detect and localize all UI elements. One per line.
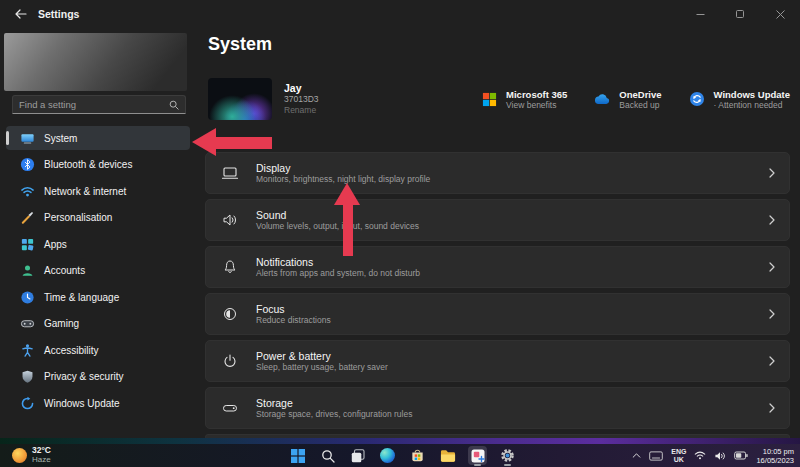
maximize-icon — [736, 10, 744, 18]
settings-row-power-battery[interactable]: Power & battery Sleep, battery usage, ba… — [205, 340, 790, 382]
badge-title: Windows Update — [714, 89, 790, 100]
chevron-right-icon — [769, 168, 775, 178]
windows-logo-icon — [291, 449, 305, 463]
back-button[interactable] — [12, 5, 30, 23]
update-icon — [19, 395, 35, 411]
sidebar-nav: System Bluetooth & devices — [6, 126, 190, 418]
microsoft-365-badge[interactable]: Microsoft 365 View benefits — [480, 89, 567, 110]
row-title: Storage — [256, 397, 412, 409]
storage-drive-icon — [220, 398, 240, 418]
power-icon — [220, 351, 240, 371]
tray-wifi-icon[interactable] — [694, 451, 706, 460]
region-code: UK — [671, 456, 686, 464]
sidebar: System Bluetooth & devices — [0, 28, 200, 438]
settings-row-storage[interactable]: Storage Storage space, drives, configura… — [205, 387, 790, 429]
search-box[interactable] — [12, 95, 186, 114]
language-code: ENG — [671, 448, 686, 456]
microsoft-store-button[interactable] — [408, 446, 427, 465]
sidebar-item-system[interactable]: System — [6, 126, 190, 150]
settings-row-focus[interactable]: Focus Reduce distractions — [205, 293, 790, 335]
snipping-app-button[interactable] — [468, 446, 487, 465]
system-tray: ENG UK — [632, 444, 794, 467]
sidebar-item-bluetooth-devices[interactable]: Bluetooth & devices — [6, 153, 190, 177]
settings-row-notifications[interactable]: Notifications Alerts from apps and syste… — [205, 246, 790, 288]
microsoft-logo-icon — [480, 90, 498, 108]
onedrive-badge[interactable]: OneDrive Backed up — [593, 89, 661, 110]
edge-icon — [380, 448, 395, 463]
badge-subtitle: View benefits — [506, 100, 567, 110]
sidebar-item-gaming[interactable]: Gaming — [6, 312, 190, 336]
tray-volume-icon[interactable] — [714, 451, 726, 461]
device-wallpaper-thumbnail — [208, 78, 272, 120]
edge-browser-button[interactable] — [378, 446, 397, 465]
row-subtitle: Reduce distractions — [256, 315, 331, 326]
gamepad-icon — [19, 316, 35, 332]
settings-row-sound[interactable]: Sound Volume levels, output, input, soun… — [205, 199, 790, 241]
row-subtitle: Sleep, battery usage, battery saver — [256, 362, 388, 373]
minimize-button[interactable] — [680, 0, 720, 28]
windows-update-badge[interactable]: Windows Update · Attention needed — [688, 89, 790, 110]
sidebar-item-time-language[interactable]: Time & language — [6, 285, 190, 309]
sidebar-item-personalisation[interactable]: Personalisation — [6, 206, 190, 230]
sidebar-item-accounts[interactable]: Accounts — [6, 259, 190, 283]
clock-widget[interactable]: 10:05 pm 16/05/2023 — [756, 447, 794, 465]
chevron-right-icon — [769, 215, 775, 225]
settings-app-button[interactable] — [498, 446, 517, 465]
sidebar-item-label: Time & language — [44, 292, 119, 303]
chevron-right-icon — [769, 356, 775, 366]
close-button[interactable] — [760, 0, 800, 28]
start-button[interactable] — [288, 446, 307, 465]
language-indicator[interactable]: ENG UK — [671, 448, 686, 463]
user-profile-blurred[interactable] — [4, 33, 187, 91]
gear-icon — [500, 448, 515, 463]
system-icon — [19, 130, 35, 146]
main-content: System Jay 37013D3 Rename — [200, 28, 800, 438]
sidebar-item-apps[interactable]: Apps — [6, 232, 190, 256]
desktop-screen: Settings — [0, 0, 800, 467]
notifications-bell-icon — [220, 257, 240, 277]
task-view-button[interactable] — [348, 446, 367, 465]
titlebar: Settings — [0, 0, 800, 28]
rename-link[interactable]: Rename — [284, 105, 319, 116]
sidebar-item-label: Apps — [44, 239, 67, 250]
device-model: 37013D3 — [284, 94, 319, 105]
sidebar-item-network-internet[interactable]: Network & internet — [6, 179, 190, 203]
sidebar-item-label: Network & internet — [44, 186, 126, 197]
search-input[interactable] — [19, 99, 169, 110]
focus-icon — [220, 304, 240, 324]
paintbrush-icon — [19, 210, 35, 226]
store-bag-icon — [410, 448, 425, 463]
sidebar-item-windows-update[interactable]: Windows Update — [6, 391, 190, 415]
sound-icon — [220, 210, 240, 230]
settings-row-display[interactable]: Display Monitors, brightness, night ligh… — [205, 152, 790, 194]
tray-chevron-up-icon[interactable] — [632, 453, 641, 458]
tray-battery-icon[interactable] — [734, 451, 748, 460]
maximize-button[interactable] — [720, 0, 760, 28]
taskbar-icons — [288, 444, 517, 467]
sidebar-item-label: Privacy & security — [44, 371, 123, 382]
tray-touch-keyboard-icon[interactable] — [649, 451, 663, 461]
search-icon — [321, 449, 335, 463]
clock-icon — [19, 289, 35, 305]
file-explorer-button[interactable] — [438, 446, 457, 465]
weather-temperature: 32°C — [32, 446, 51, 455]
wifi-icon — [19, 183, 35, 199]
task-view-icon — [351, 449, 365, 463]
weather-widget[interactable]: 32°C Haze — [12, 446, 51, 464]
sidebar-item-privacy-security[interactable]: Privacy & security — [6, 365, 190, 389]
device-header: Jay 37013D3 Rename — [208, 74, 790, 124]
window-controls — [680, 0, 800, 28]
badge-title: Microsoft 365 — [506, 89, 567, 100]
taskbar-search-button[interactable] — [318, 446, 337, 465]
app-title: Settings — [38, 8, 79, 20]
badge-title: OneDrive — [619, 89, 661, 100]
apps-grid-icon — [19, 236, 35, 252]
shield-icon — [19, 369, 35, 385]
close-icon — [776, 10, 785, 19]
row-subtitle: Volume levels, output, input, sound devi… — [256, 221, 419, 232]
settings-window: Settings — [0, 0, 800, 438]
search-icon — [169, 100, 179, 110]
back-arrow-icon — [15, 9, 27, 19]
row-subtitle: Storage space, drives, configuration rul… — [256, 409, 412, 420]
sidebar-item-accessibility[interactable]: Accessibility — [6, 338, 190, 362]
